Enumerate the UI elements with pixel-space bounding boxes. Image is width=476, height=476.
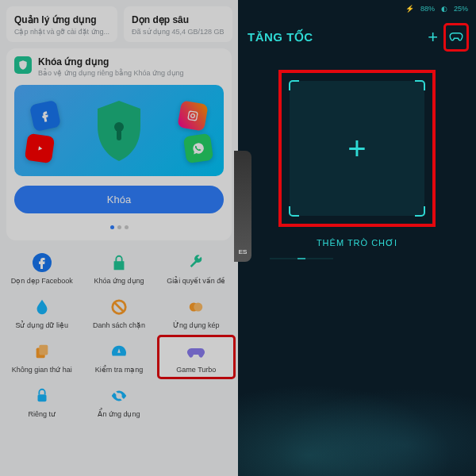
tool-privacy[interactable]: Riêng tư (3, 380, 80, 423)
add-button[interactable]: + (428, 27, 438, 48)
tool-label: Sử dụng dữ liệu (15, 321, 68, 329)
gamepad-outline-icon (448, 28, 464, 44)
tool-hide-apps[interactable]: Ẩn ứng dụng (80, 380, 157, 423)
wrench-icon (185, 251, 207, 274)
lock-icon (108, 251, 130, 274)
youtube-icon (25, 133, 55, 163)
facebook-icon (29, 100, 61, 132)
shield-lock-icon (91, 99, 147, 163)
block-icon (108, 296, 130, 318)
tool-data-usage[interactable]: Sử dụng dữ liệu (3, 291, 80, 334)
tool-blocklist[interactable]: Danh sách chặn (80, 291, 157, 334)
add-game-slot[interactable]: + (290, 81, 424, 216)
divider (238, 258, 365, 259)
page-title: TĂNG TỐC (248, 30, 420, 44)
memory-icon: ◐ (441, 5, 447, 13)
tool-facebook-cleanup[interactable]: Dọn dẹp Facebook (3, 247, 80, 290)
shield-icon (14, 56, 32, 74)
svg-point-8 (194, 303, 203, 312)
tool-second-space[interactable]: Không gian thứ hai (3, 336, 80, 378)
lock-title: Khóa ứng dụng (38, 56, 184, 67)
tool-troubleshoot[interactable]: Giải quyết vấn đề (158, 247, 235, 290)
gamepad-icon (185, 340, 207, 363)
manage-apps-card[interactable]: Quản lý ứng dụng Cập nhật và gỡ cài đặt … (6, 6, 117, 42)
tool-game-turbo[interactable]: Game Turbo (158, 336, 235, 378)
tool-network-test[interactable]: Kiểm tra mạng (80, 336, 157, 378)
svg-rect-0 (188, 111, 198, 121)
tool-label: Kiểm tra mạng (95, 366, 144, 374)
svg-rect-3 (117, 129, 121, 140)
lock-sub: Bảo vệ ứng dụng riêng bằng Khóa ứng dụng (38, 69, 184, 77)
tool-label: Dọn dẹp Facebook (11, 277, 73, 285)
tool-label: Danh sách chặn (93, 321, 145, 329)
tool-dual-apps[interactable]: Ứng dụng kép (158, 291, 235, 334)
copy-icon (31, 340, 53, 363)
background-glow (238, 373, 476, 476)
drop-icon (31, 296, 53, 318)
tool-label: Khóa ứng dụng (94, 277, 144, 285)
memory-value: 25% (454, 5, 468, 13)
lock-banner (14, 85, 224, 176)
tool-label: Ứng dụng kép (173, 321, 220, 329)
speedometer-icon (108, 340, 130, 363)
facebook-icon (31, 251, 53, 274)
card-title: Dọn dẹp sâu (132, 14, 225, 25)
svg-rect-11 (37, 394, 46, 401)
settings-button[interactable] (446, 25, 466, 49)
add-game-highlight: + (282, 73, 432, 224)
tool-label: Không gian thứ hai (12, 366, 72, 374)
tool-label: Giải quyết vấn đề (167, 277, 225, 285)
tool-label: Riêng tư (28, 410, 56, 418)
page-dots (14, 218, 224, 232)
tool-label: Ẩn ứng dụng (98, 410, 140, 418)
svg-rect-10 (39, 345, 48, 355)
tools-grid: Dọn dẹp Facebook Khóa ứng dụng Giải quyế… (3, 247, 235, 423)
app-lock-promo-card: Khóa ứng dụng Bảo vệ ứng dụng riêng bằng… (6, 48, 232, 240)
card-sub: Cập nhật và gỡ cài đặt ứng... (14, 28, 109, 36)
add-game-label: THÊM TRÒ CHƠI (238, 238, 476, 248)
svg-line-6 (114, 303, 123, 312)
tool-app-lock[interactable]: Khóa ứng dụng (80, 247, 157, 290)
deep-clean-card[interactable]: Dọn dẹp sâu Đã sử dụng 45,4 GB/128 GB (124, 6, 232, 42)
dual-icon (185, 296, 207, 318)
lock-button[interactable]: Khóa (14, 186, 224, 213)
tool-label: Game Turbo (176, 366, 216, 374)
card-sub: Đã sử dụng 45,4 GB/128 GB (132, 28, 225, 36)
plus-icon: + (347, 131, 366, 167)
game-turbo-panel: ES ⚡88% ◐25% TĂNG TỐC + + THÊM TRÒ CHƠI (238, 0, 476, 476)
svg-point-1 (190, 113, 194, 117)
svg-rect-14 (298, 258, 305, 259)
privacy-icon (31, 385, 53, 407)
security-app-panel: Quản lý ứng dụng Cập nhật và gỡ cài đặt … (0, 0, 238, 476)
battery-icon: ⚡ (405, 5, 414, 13)
whatsapp-icon (183, 133, 213, 163)
battery-value: 88% (420, 5, 435, 13)
pubg-game-peek[interactable]: ES (234, 151, 251, 262)
instagram-icon (177, 100, 208, 131)
card-title: Quản lý ứng dụng (14, 14, 109, 25)
eye-off-icon (108, 385, 130, 407)
status-bar: ⚡88% ◐25% (238, 0, 476, 17)
